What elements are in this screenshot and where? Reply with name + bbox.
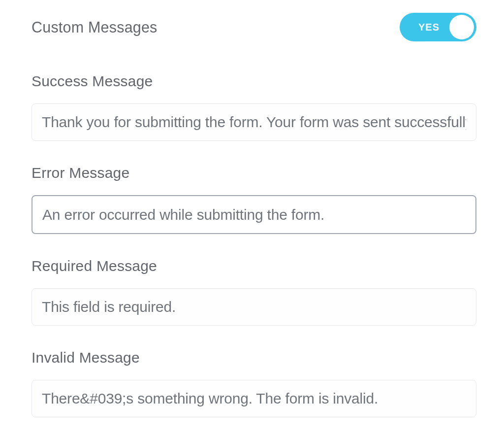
error-message-input[interactable] — [32, 195, 476, 234]
success-message-label: Success Message — [32, 73, 476, 90]
custom-messages-header: Custom Messages YES — [32, 13, 476, 41]
toggle-state-label: YES — [418, 22, 440, 33]
custom-messages-toggle[interactable]: YES — [400, 13, 476, 41]
toggle-knob-icon — [449, 15, 474, 39]
error-message-label: Error Message — [32, 165, 476, 181]
error-message-block: Error Message — [32, 165, 476, 234]
success-message-block: Success Message — [32, 73, 476, 141]
required-message-input[interactable] — [32, 288, 476, 326]
invalid-message-block: Invalid Message — [32, 349, 476, 417]
invalid-message-input[interactable] — [32, 380, 476, 417]
invalid-message-label: Invalid Message — [32, 349, 476, 366]
section-title: Custom Messages — [32, 19, 158, 36]
success-message-input[interactable] — [32, 103, 476, 141]
required-message-label: Required Message — [32, 258, 476, 274]
required-message-block: Required Message — [32, 258, 476, 326]
